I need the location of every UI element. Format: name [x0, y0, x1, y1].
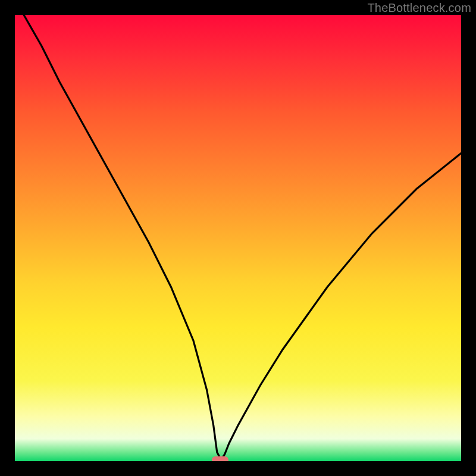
watermark-text: TheBottleneck.com	[367, 1, 471, 15]
plot-area	[15, 15, 461, 461]
bottleneck-curve	[15, 15, 461, 461]
chart-frame: TheBottleneck.com	[0, 0, 476, 476]
optimal-marker	[212, 456, 228, 461]
